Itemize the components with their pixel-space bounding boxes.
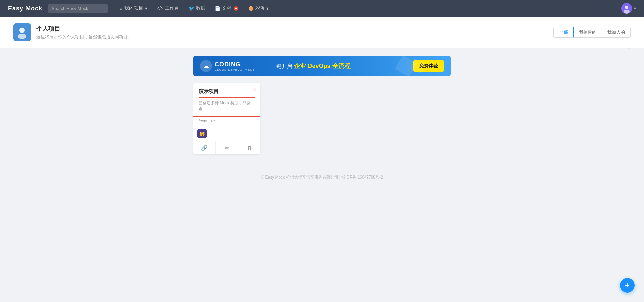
svg-point-2 [624, 10, 630, 14]
navbar-brand: Easy Mock [8, 5, 42, 12]
star-icon[interactable]: ☆ [252, 86, 256, 93]
project-description: 这里将展示你的个人项目，当然也包括协同项目。 [36, 34, 132, 40]
user-menu[interactable]: ▾ [621, 3, 636, 14]
chevron-icon: ▾ [145, 6, 147, 11]
coding-banner[interactable]: ☁ CODING CLOUD DEVELOPMENT 一键开启 企业 DevOp… [193, 56, 451, 76]
filter-joined[interactable]: 我加入的 [602, 27, 630, 37]
edit-icon: ✏ [225, 145, 229, 151]
data-icon: 🐦 [189, 6, 194, 11]
card-member-avatar: 😺 [197, 129, 207, 138]
card-edit-button[interactable]: ✏ [216, 141, 238, 154]
code-icon: </> [157, 6, 163, 11]
filter-all[interactable]: 全部 [554, 27, 574, 37]
coding-sub: CLOUD DEVELOPMENT [215, 68, 255, 71]
nav-item-my-projects[interactable]: # 我的项目 ▾ [116, 3, 151, 13]
egg-icon: 🥚 [248, 6, 254, 11]
projects-grid: ☆ 演示项目 已创建多种 Mock 类型，只需点... /example 😺 🔗 [188, 83, 456, 154]
nav-label-my-projects: 我的项目 [124, 5, 143, 11]
card-description: 已创建多种 Mock 类型，只需点... [199, 97, 255, 112]
card-url: /example [193, 116, 260, 126]
banner-slogan: 一键开启 企业 DevOps 全流程 [271, 62, 350, 70]
project-title: 个人项目 [36, 24, 132, 33]
coding-logo-icon: ☁ [200, 60, 212, 72]
coding-name: CODING [215, 61, 241, 68]
user-chevron-icon: ▾ [634, 6, 636, 11]
card-link-button[interactable]: 🔗 [193, 141, 216, 154]
doc-icon: 📄 [215, 6, 220, 11]
navbar: Easy Mock # 我的项目 ▾ </> 工作台 🐦 数据 📄 文档 ● 🥚… [0, 0, 644, 17]
svg-point-1 [625, 6, 628, 9]
project-card[interactable]: ☆ 演示项目 已创建多种 Mock 类型，只需点... /example 😺 🔗 [193, 83, 260, 154]
coding-logo: ☁ CODING CLOUD DEVELOPMENT [200, 60, 255, 72]
card-actions: 🔗 ✏ 🗑 [193, 141, 260, 154]
nav-label-easteregg: 彩蛋 [255, 5, 265, 11]
slogan-bold: 企业 DevOps 全流程 [294, 63, 350, 69]
svg-point-5 [18, 34, 26, 39]
footer-text: © Easy Mock 杭州大搜车汽车服务有限公司 | 浙ICP备 160477… [261, 175, 383, 180]
cloud-icon: ☁ [203, 62, 209, 70]
banner-wrap: ☁ CODING CLOUD DEVELOPMENT 一键开启 企业 DevOp… [188, 56, 456, 76]
delete-icon: 🗑 [247, 145, 252, 151]
project-avatar [13, 23, 31, 41]
nav-item-docs[interactable]: 📄 文档 ● [211, 3, 243, 13]
search-input[interactable] [48, 4, 108, 13]
card-title: 演示项目 [199, 88, 255, 95]
coding-brand: CODING CLOUD DEVELOPMENT [215, 61, 255, 71]
card-delete-button[interactable]: 🗑 [238, 141, 260, 154]
chevron-icon-egg: ▾ [266, 6, 269, 11]
nav-item-easteregg[interactable]: 🥚 彩蛋 ▾ [244, 3, 273, 13]
banner-divider [263, 61, 263, 71]
avatar [621, 3, 632, 14]
nav-label-workbench: 工作台 [165, 5, 179, 11]
fab-icon: + [625, 281, 630, 290]
project-info: 个人项目 这里将展示你的个人项目，当然也包括协同项目。 [36, 24, 132, 40]
nav-item-workbench[interactable]: </> 工作台 [153, 3, 183, 13]
card-content: 演示项目 已创建多种 Mock 类型，只需点... [193, 83, 260, 116]
slogan-prefix: 一键开启 [271, 63, 294, 69]
hashtag-icon: # [120, 6, 123, 11]
link-icon: 🔗 [201, 145, 208, 151]
filter-created[interactable]: 我创建的 [574, 27, 602, 37]
nav-item-data[interactable]: 🐦 数据 [184, 3, 209, 13]
card-avatar-row: 😺 [193, 126, 260, 141]
fab-button[interactable]: + [620, 278, 635, 293]
navbar-menu: # 我的项目 ▾ </> 工作台 🐦 数据 📄 文档 ● 🥚 彩蛋 ▾ [116, 3, 621, 13]
banner-cta-button[interactable]: 免费体验 [413, 60, 444, 72]
svg-text:😺: 😺 [199, 131, 205, 137]
project-header-left: 个人项目 这里将展示你的个人项目，当然也包括协同项目。 [13, 23, 132, 41]
nav-label-docs: 文档 [222, 5, 231, 11]
docs-badge: ● [234, 6, 238, 11]
project-header: 个人项目 这里将展示你的个人项目，当然也包括协同项目。 全部 我创建的 我加入的 [0, 17, 644, 48]
project-filter: 全部 我创建的 我加入的 [553, 27, 631, 38]
svg-point-4 [19, 28, 25, 33]
page: 个人项目 这里将展示你的个人项目，当然也包括协同项目。 全部 我创建的 我加入的… [0, 0, 644, 302]
nav-label-data: 数据 [196, 5, 205, 11]
footer: © Easy Mock 杭州大搜车汽车服务有限公司 | 浙ICP备 160477… [0, 168, 644, 187]
